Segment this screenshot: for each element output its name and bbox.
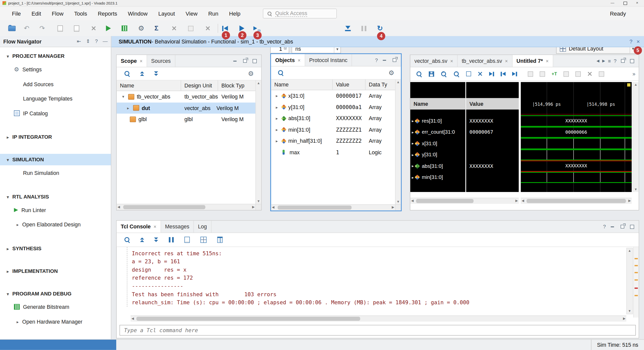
help-icon[interactable]: ?: [614, 59, 617, 64]
table-row-selected[interactable]: ▸dut vector_abs Verilog M: [117, 102, 256, 114]
vertical-scrollbar[interactable]: ▲▼: [632, 82, 638, 192]
chevron-right-icon[interactable]: ▸: [274, 127, 279, 132]
undo-button[interactable]: ↶: [24, 24, 29, 32]
vertical-scrollbar[interactable]: ▲▼: [395, 80, 401, 204]
scroll-up-arrow[interactable]: ▲: [633, 83, 639, 87]
menu-help[interactable]: Help: [224, 7, 246, 21]
marker-flag[interactable]: [627, 83, 630, 86]
step-button[interactable]: [345, 24, 351, 32]
sidebar-section-simulation[interactable]: ▾ SIMULATION: [0, 154, 111, 165]
chevron-right-icon[interactable]: ▸: [274, 116, 279, 121]
open-project-button[interactable]: [8, 24, 16, 32]
go-to-time-button[interactable]: [489, 72, 494, 76]
tcl-console-output[interactable]: Incorrect res at time 515ns: a = 23, b =…: [117, 247, 626, 316]
sidebar-section-implementation[interactable]: ▸ IMPLEMENTATION: [0, 265, 111, 277]
wave-signal-name[interactable]: ▸res[31:0]: [410, 115, 465, 127]
wave-name-header[interactable]: Name: [410, 98, 465, 110]
table-row[interactable]: max 1 Logic: [271, 147, 395, 158]
close-tab-icon[interactable]: ×: [140, 58, 142, 64]
chevron-right-icon[interactable]: ▸: [410, 164, 415, 168]
table-row[interactable]: glbl glbl Verilog M: [117, 114, 256, 125]
pause-button[interactable]: [361, 24, 367, 32]
horizontal-scrollbar[interactable]: ◀ ▶: [521, 198, 632, 204]
menu-flow[interactable]: Flow: [47, 7, 69, 21]
copy-output-button[interactable]: [184, 237, 190, 243]
next-transition-button-disabled[interactable]: [540, 71, 545, 76]
tab-log[interactable]: Log: [194, 221, 212, 232]
maximize-panel-button[interactable]: [629, 58, 635, 64]
table-row[interactable]: ▸x[31:0] 00000017 Array: [271, 90, 395, 102]
vertical-scrollbar[interactable]: ▲▼: [256, 80, 261, 204]
scroll-left-arrow[interactable]: ◀: [521, 199, 524, 203]
tcl-command-input[interactable]: [119, 325, 636, 335]
h-scrollbar-thumb[interactable]: [136, 317, 360, 321]
delete-marker-button-disabled[interactable]: [587, 71, 592, 76]
scroll-right-arrow[interactable]: ▶: [392, 206, 394, 209]
sidebar-item-language-templates[interactable]: Language Templates: [0, 93, 111, 104]
warning-tick[interactable]: [634, 295, 638, 296]
sidebar-item-open-elaborated-design[interactable]: ▸ Open Elaborated Design: [0, 219, 111, 230]
horizontal-scrollbar[interactable]: ◀ ▶: [410, 198, 519, 204]
menu-window[interactable]: Window: [123, 7, 153, 21]
tab-scope[interactable]: Scope×: [117, 55, 147, 67]
close-simulation-icon[interactable]: ×: [636, 38, 640, 44]
annotation-ruler[interactable]: [633, 247, 639, 318]
table-row[interactable]: ▸min_half[31:0] ZZZZZZZ2 Array: [271, 135, 395, 147]
go-to-end-button[interactable]: [512, 72, 517, 76]
help-icon[interactable]: ?: [95, 39, 98, 44]
sidebar-section-synthesis[interactable]: ▸ SYNTHESIS: [0, 243, 111, 255]
horizontal-scrollbar[interactable]: ◀ ▶: [117, 204, 256, 210]
collapse-all-icon[interactable]: ⇤: [77, 39, 81, 44]
h-scrollbar-thumb[interactable]: [527, 199, 626, 203]
quick-access-search[interactable]: Quick Access: [263, 9, 337, 18]
sidebar-item-generate-bitstream[interactable]: Generate Bitstream: [0, 301, 111, 313]
wave-value-header[interactable]: Value: [466, 98, 519, 110]
search-button[interactable]: [278, 70, 284, 76]
minimize-panel-button[interactable]: [381, 57, 388, 63]
wave-signal-name[interactable]: ▸err_count[31:0: [410, 127, 465, 138]
expand-all-button[interactable]: [154, 71, 158, 76]
float-panel-button[interactable]: [619, 223, 625, 230]
scroll-down-arrow[interactable]: ▼: [395, 200, 401, 204]
report-sigma-button[interactable]: Σ: [154, 24, 158, 32]
scroll-left-arrow[interactable]: ◀: [117, 205, 120, 209]
pause-output-button[interactable]: [169, 237, 174, 242]
h-scrollbar-thumb[interactable]: [416, 199, 474, 203]
expand-all-button[interactable]: [154, 237, 158, 242]
tab-sources[interactable]: Sources: [147, 55, 175, 67]
window-maximize-button[interactable]: [623, 2, 627, 5]
close-tab-icon[interactable]: ×: [153, 224, 156, 230]
menu-run[interactable]: Run: [203, 7, 224, 21]
error-tick[interactable]: [634, 287, 638, 289]
tab-list-icon[interactable]: ≡: [608, 59, 611, 64]
copy-table-button[interactable]: [200, 237, 207, 243]
zoom-out-button[interactable]: −: [453, 71, 459, 77]
close-tab-icon[interactable]: ×: [298, 57, 300, 63]
warning-tick[interactable]: [634, 272, 638, 273]
zoom-fit-button[interactable]: [466, 71, 471, 76]
horizontal-scrollbar[interactable]: ◀ ▶: [271, 204, 395, 210]
zoom-in-button[interactable]: +: [441, 71, 447, 77]
chevron-right-icon[interactable]: ▸: [410, 130, 415, 134]
sidebar-section-ip-integrator[interactable]: ▸ IP INTEGRATOR: [0, 131, 111, 143]
add-marker-button[interactable]: +T: [552, 72, 557, 76]
disabled-tool-button-1[interactable]: [172, 24, 177, 32]
run-steps-button[interactable]: [122, 24, 127, 32]
tab-untitled-7[interactable]: Untitled 7*×: [512, 55, 553, 67]
collapse-all-button[interactable]: [140, 71, 144, 76]
redo-button[interactable]: ↷: [39, 24, 45, 32]
scroll-down-arrow[interactable]: ▼: [627, 309, 632, 313]
prev-marker-button-disabled[interactable]: [564, 71, 569, 76]
wave-signal-name[interactable]: ▸y[31:0]: [410, 149, 465, 160]
table-row[interactable]: ▸abs[31:0] XXXXXXXX Array: [271, 113, 395, 124]
sidebar-item-add-sources[interactable]: Add Sources: [0, 78, 111, 90]
tab-objects[interactable]: Objects×: [271, 54, 305, 66]
scroll-down-arrow[interactable]: ▼: [633, 187, 639, 191]
warning-tick[interactable]: [634, 258, 638, 259]
chevron-right-icon[interactable]: ▸: [410, 175, 415, 180]
help-icon[interactable]: ?: [375, 58, 378, 63]
menu-view[interactable]: View: [180, 7, 203, 21]
sidebar-section-program-and-debug[interactable]: ▾ PROGRAM AND DEBUG: [0, 288, 111, 299]
settings-gear-button[interactable]: ⚙: [388, 70, 394, 76]
scroll-left-arrow[interactable]: ◀: [411, 199, 414, 203]
